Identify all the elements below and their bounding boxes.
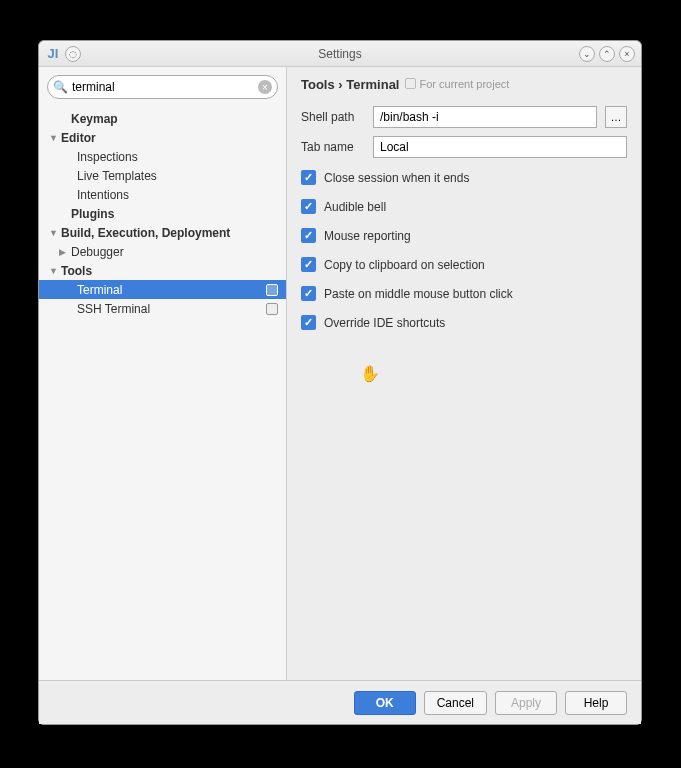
tree-label: Inspections xyxy=(77,150,138,164)
tab-name-label: Tab name xyxy=(301,140,365,154)
search-input[interactable] xyxy=(47,75,278,99)
chevron-down-icon[interactable]: ▼ xyxy=(49,228,61,238)
close-button[interactable]: × xyxy=(619,46,635,62)
close-session-label[interactable]: Close session when it ends xyxy=(324,171,469,185)
override-shortcuts-checkbox[interactable]: ✓ xyxy=(301,315,316,330)
copy-clipboard-checkbox[interactable]: ✓ xyxy=(301,257,316,272)
paste-middle-label[interactable]: Paste on middle mouse button click xyxy=(324,287,513,301)
maximize-button[interactable]: ⌃ xyxy=(599,46,615,62)
tree-item-ssh-terminal[interactable]: SSH Terminal xyxy=(39,299,286,318)
cancel-button[interactable]: Cancel xyxy=(424,691,487,715)
tree-item-terminal[interactable]: Terminal xyxy=(39,280,286,299)
titlebar: JI ◌ Settings ⌄ ⌃ × xyxy=(39,41,641,67)
audible-bell-checkbox[interactable]: ✓ xyxy=(301,199,316,214)
breadcrumb: Tools › Terminal For current project xyxy=(301,77,627,92)
paste-middle-checkbox[interactable]: ✓ xyxy=(301,286,316,301)
spinner-icon: ◌ xyxy=(65,46,81,62)
tree-item-debugger[interactable]: ▶Debugger xyxy=(39,242,286,261)
tree-item-tools[interactable]: ▼Tools xyxy=(39,261,286,280)
tree-item-keymap[interactable]: Keymap xyxy=(39,109,286,128)
tree-item-plugins[interactable]: Plugins xyxy=(39,204,286,223)
dialog-footer: OK Cancel Apply Help xyxy=(39,680,641,724)
tree-label: Editor xyxy=(61,131,96,145)
tree-item-editor[interactable]: ▼Editor xyxy=(39,128,286,147)
tree-label: Build, Execution, Deployment xyxy=(61,226,230,240)
tree-item-intentions[interactable]: Intentions xyxy=(39,185,286,204)
breadcrumb-note: For current project xyxy=(405,78,509,90)
chevron-right-icon[interactable]: ▶ xyxy=(59,247,71,257)
tree-label: Plugins xyxy=(71,207,114,221)
settings-tree: Keymap ▼Editor Inspections Live Template… xyxy=(39,107,286,680)
shell-path-label: Shell path xyxy=(301,110,365,124)
tree-item-inspections[interactable]: Inspections xyxy=(39,147,286,166)
apply-button[interactable]: Apply xyxy=(495,691,557,715)
chevron-down-icon[interactable]: ▼ xyxy=(49,133,61,143)
shell-path-input[interactable] xyxy=(373,106,597,128)
tree-label: Live Templates xyxy=(77,169,157,183)
audible-bell-label[interactable]: Audible bell xyxy=(324,200,386,214)
settings-dialog: JI ◌ Settings ⌄ ⌃ × 🔍 × Keymap ▼Editor I… xyxy=(38,40,642,725)
help-button[interactable]: Help xyxy=(565,691,627,715)
sidebar: 🔍 × Keymap ▼Editor Inspections Live Temp… xyxy=(39,67,287,680)
breadcrumb-path: Tools › Terminal xyxy=(301,77,399,92)
ok-button[interactable]: OK xyxy=(354,691,416,715)
project-badge-icon xyxy=(266,303,278,315)
tree-label: Debugger xyxy=(71,245,124,259)
minimize-button[interactable]: ⌄ xyxy=(579,46,595,62)
tree-label: Keymap xyxy=(71,112,118,126)
tree-label: Terminal xyxy=(77,283,122,297)
clear-search-icon[interactable]: × xyxy=(258,80,272,94)
tree-label: Intentions xyxy=(77,188,129,202)
tab-name-input[interactable] xyxy=(373,136,627,158)
browse-button[interactable]: … xyxy=(605,106,627,128)
search-box: 🔍 × xyxy=(47,75,278,99)
tree-item-live-templates[interactable]: Live Templates xyxy=(39,166,286,185)
close-session-checkbox[interactable]: ✓ xyxy=(301,170,316,185)
tree-item-build[interactable]: ▼Build, Execution, Deployment xyxy=(39,223,286,242)
main-panel: Tools › Terminal For current project She… xyxy=(287,67,641,680)
project-scope-icon xyxy=(405,78,416,89)
chevron-down-icon[interactable]: ▼ xyxy=(49,266,61,276)
window-title: Settings xyxy=(105,47,575,61)
override-shortcuts-label[interactable]: Override IDE shortcuts xyxy=(324,316,445,330)
tree-label: Tools xyxy=(61,264,92,278)
copy-clipboard-label[interactable]: Copy to clipboard on selection xyxy=(324,258,485,272)
app-logo-icon: JI xyxy=(45,46,61,62)
mouse-reporting-label[interactable]: Mouse reporting xyxy=(324,229,411,243)
project-badge-icon xyxy=(266,284,278,296)
search-icon: 🔍 xyxy=(53,80,68,94)
tree-label: SSH Terminal xyxy=(77,302,150,316)
mouse-reporting-checkbox[interactable]: ✓ xyxy=(301,228,316,243)
